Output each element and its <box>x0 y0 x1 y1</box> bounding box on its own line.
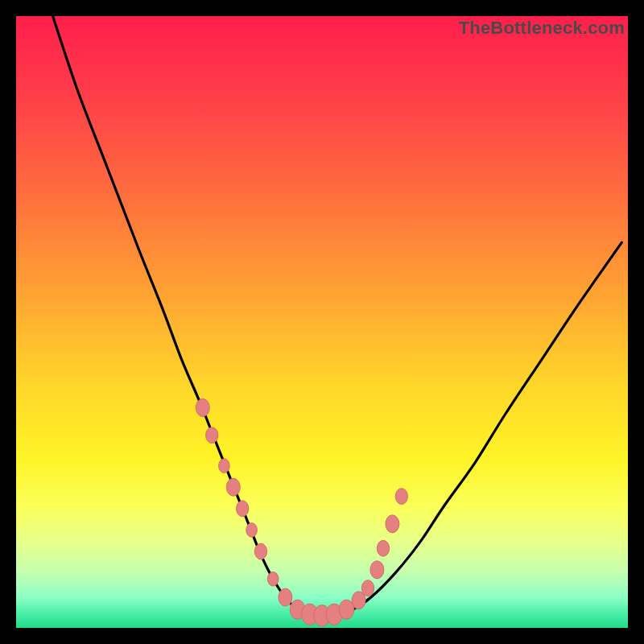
curve-marker <box>279 588 292 606</box>
plot-area <box>16 16 628 628</box>
curve-marker <box>237 501 249 517</box>
curve-marker <box>386 515 399 533</box>
curve-marker <box>267 572 279 586</box>
curve-layer <box>16 16 628 628</box>
chart-frame: TheBottleneck.com <box>0 0 644 644</box>
curve-marker <box>226 478 240 496</box>
curve-marker <box>361 580 374 597</box>
curve-marker <box>196 398 209 416</box>
curve-marker <box>254 543 266 559</box>
bottleneck-curve <box>53 16 622 616</box>
curve-marker <box>377 540 389 556</box>
curve-marker <box>246 523 258 538</box>
watermark-text: TheBottleneck.com <box>459 18 625 39</box>
curve-marker <box>395 489 407 505</box>
curve-marker <box>370 561 384 579</box>
curve-marker <box>219 459 230 473</box>
curve-marker <box>206 427 218 444</box>
